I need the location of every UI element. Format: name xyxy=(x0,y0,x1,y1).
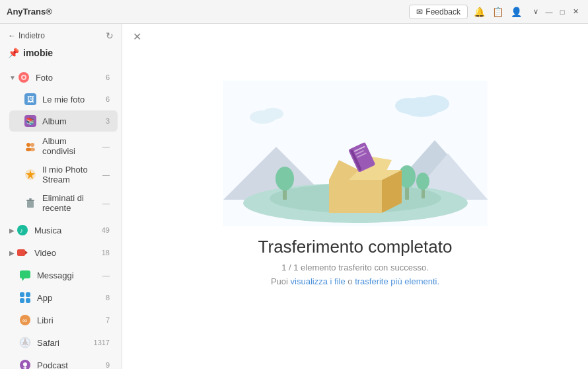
sidebar-item-app[interactable]: App 8 xyxy=(9,287,118,308)
sidebar-item-libri[interactable]: ∞ Libri 7 xyxy=(9,309,118,331)
refresh-icon[interactable]: ↻ xyxy=(106,30,114,41)
svg-rect-18 xyxy=(26,292,30,297)
minimize-button[interactable]: — xyxy=(543,6,555,18)
device-name-label: imobie xyxy=(23,48,53,58)
back-arrow-icon: ← xyxy=(8,31,16,40)
chevron-right-icon: ▶ xyxy=(9,249,15,257)
svg-marker-49 xyxy=(329,180,382,213)
chevron-down-icon[interactable]: ∨ xyxy=(530,6,542,18)
foto-subitems: 🖼 Le mie foto 6 📚 Album 3 Albu xyxy=(0,89,122,217)
libri-count: 7 xyxy=(106,316,110,324)
musica-label: Musica xyxy=(34,226,99,235)
svg-rect-17 xyxy=(20,292,24,297)
content-area: ✕ xyxy=(122,24,588,369)
photo-stream-count: — xyxy=(102,171,110,179)
svg-rect-20 xyxy=(26,298,30,303)
sidebar-top: ← Indietro ↻ xyxy=(0,24,122,45)
svg-rect-9 xyxy=(26,200,34,201)
photo-stream-label: Il mio Photo Stream xyxy=(42,165,100,184)
svg-point-35 xyxy=(395,98,422,114)
titlebar-left: AnyTrans® xyxy=(7,7,52,17)
svg-point-37 xyxy=(262,108,283,120)
back-label: Indietro xyxy=(18,31,45,40)
eliminati-icon xyxy=(24,196,37,210)
sidebar-item-le-mie-foto[interactable]: 🖼 Le mie foto 6 xyxy=(9,89,118,110)
eliminati-label: Eliminati di recente xyxy=(42,193,100,213)
app-icon xyxy=(18,291,32,304)
sidebar-item-musica[interactable]: ▶ ♪ Musica 49 xyxy=(4,220,118,241)
foto-icon xyxy=(17,71,30,84)
back-button[interactable]: ← Indietro xyxy=(8,31,45,40)
success-subtitle: 1 / 1 elemento trasferito con successo. xyxy=(258,263,453,272)
app-title: AnyTrans® xyxy=(7,7,52,17)
svg-rect-10 xyxy=(29,198,32,200)
musica-icon: ♪ xyxy=(16,224,29,237)
svg-rect-15 xyxy=(20,270,30,278)
svg-text:∞: ∞ xyxy=(22,317,27,324)
sidebar-item-eliminati[interactable]: Eliminati di recente — xyxy=(9,189,118,217)
le-mie-foto-label: Le mie foto xyxy=(42,95,103,104)
device-section: 📌 imobie xyxy=(0,45,122,65)
album-icon: 📚 xyxy=(24,114,37,128)
svg-text:♪: ♪ xyxy=(20,227,23,234)
musica-count: 49 xyxy=(102,226,110,234)
notification-icon[interactable]: 🔔 xyxy=(472,5,486,19)
close-window-button[interactable]: ✕ xyxy=(570,6,581,18)
sidebar-item-foto[interactable]: ▼ Foto 6 xyxy=(4,67,118,88)
podcast-icon xyxy=(18,358,32,369)
svg-point-2 xyxy=(22,76,25,79)
view-files-link[interactable]: visualizza i file xyxy=(291,276,346,286)
libri-icon: ∞ xyxy=(18,313,32,327)
sidebar-item-video[interactable]: ▶ Video 18 xyxy=(4,242,118,263)
video-count: 18 xyxy=(102,249,110,257)
success-title: Trasferimento completato xyxy=(258,237,453,257)
success-links: Puoi visualizza i file o trasferite più … xyxy=(258,276,453,286)
titlebar-right: ✉ Feedback 🔔 📋 👤 ∨ — □ ✕ xyxy=(409,5,581,19)
album-label: Album xyxy=(42,116,103,126)
svg-point-34 xyxy=(420,95,449,112)
svg-rect-8 xyxy=(27,201,34,208)
foto-count: 6 xyxy=(106,73,110,81)
svg-point-3 xyxy=(26,143,30,147)
maximize-button[interactable]: □ xyxy=(556,6,568,18)
feedback-label: Feedback xyxy=(425,7,460,17)
svg-point-6 xyxy=(30,148,35,151)
le-mie-foto-icon: 🖼 xyxy=(24,93,37,106)
clipboard-icon[interactable]: 📋 xyxy=(490,5,505,19)
illustration-container: Trasferimento completato 1 / 1 elemento … xyxy=(223,81,488,286)
sidebar-item-album[interactable]: 📚 Album 3 xyxy=(9,110,118,132)
svg-rect-13 xyxy=(17,249,25,256)
video-label: Video xyxy=(34,248,99,258)
close-button[interactable]: ✕ xyxy=(133,32,141,42)
libri-label: Libri xyxy=(37,315,103,325)
svg-point-44 xyxy=(276,167,294,190)
svg-point-4 xyxy=(30,143,34,147)
svg-point-30 xyxy=(23,362,27,366)
album-condivisi-label: Album condivisi xyxy=(42,136,100,156)
sidebar-item-podcast[interactable]: Podcast 9 xyxy=(9,354,118,369)
user-icon[interactable]: 👤 xyxy=(509,5,523,19)
album-condivisi-count: — xyxy=(102,142,110,150)
messaggi-count: — xyxy=(102,271,110,279)
feedback-mail-icon: ✉ xyxy=(416,7,423,17)
sidebar-item-messaggi[interactable]: Messaggi — xyxy=(9,265,118,286)
success-message: Trasferimento completato 1 / 1 elemento … xyxy=(258,237,453,286)
link-middle: o xyxy=(346,276,355,286)
titlebar: AnyTrans® ✉ Feedback 🔔 📋 👤 ∨ — □ ✕ xyxy=(0,0,588,24)
main-container: ← Indietro ↻ 📌 imobie ▼ Foto 6 � xyxy=(0,24,588,369)
device-pin-icon: 📌 xyxy=(8,48,19,58)
transfer-more-link[interactable]: trasferite più elementi. xyxy=(355,276,439,286)
foto-label: Foto xyxy=(36,73,103,83)
svg-marker-14 xyxy=(25,251,28,255)
sidebar-item-album-condivisi[interactable]: Album condivisi — xyxy=(9,132,118,160)
safari-label: Safari xyxy=(37,338,91,348)
eliminati-count: — xyxy=(102,199,110,207)
sidebar: ← Indietro ↻ 📌 imobie ▼ Foto 6 � xyxy=(0,24,122,369)
window-controls: ∨ — □ ✕ xyxy=(530,6,581,18)
feedback-button[interactable]: ✉ Feedback xyxy=(409,5,468,19)
sidebar-item-safari[interactable]: Safari 1317 xyxy=(9,332,118,353)
link-prefix: Puoi xyxy=(271,276,291,286)
messaggi-label: Messaggi xyxy=(37,270,100,280)
podcast-label: Podcast xyxy=(37,360,103,370)
sidebar-item-photo-stream[interactable]: Il mio Photo Stream — xyxy=(9,161,118,188)
